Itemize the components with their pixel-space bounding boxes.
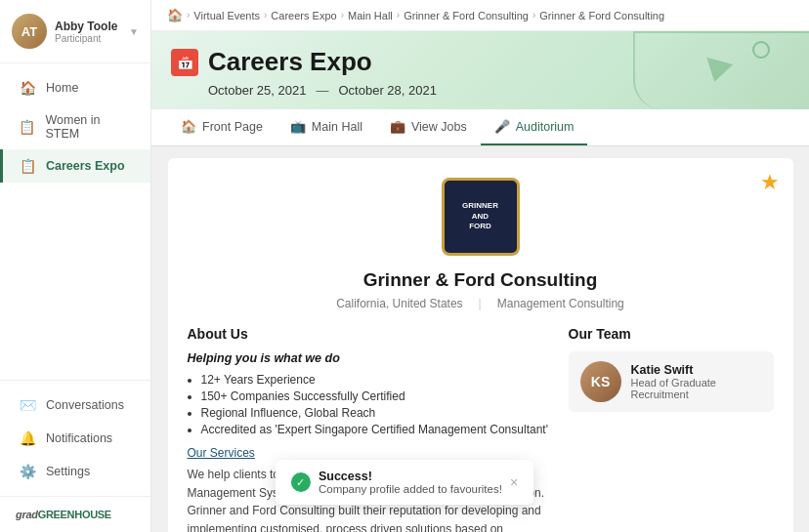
- logo-prefix: grad: [16, 509, 38, 520]
- sidebar-item-settings[interactable]: ⚙️ Settings: [0, 455, 150, 488]
- breadcrumb: 🏠 › Virtual Events › Careers Expo › Main…: [151, 0, 809, 31]
- tab-main-hall-label: Main Hall: [312, 120, 362, 134]
- company-name: Grinner & Ford Consulting: [188, 269, 774, 291]
- tab-auditorium[interactable]: 🎤 Auditorium: [481, 109, 588, 145]
- sidebar-item-label: Women in STEM: [45, 113, 135, 141]
- breadcrumb-main-hall[interactable]: Main Hall: [348, 10, 393, 21]
- favourite-star-icon[interactable]: ★: [760, 170, 780, 195]
- logo-line2: AND: [462, 212, 498, 222]
- success-check-icon: ✓: [291, 472, 311, 492]
- avatar-initials: AT: [21, 24, 37, 39]
- tab-view-jobs[interactable]: 💼 View Jobs: [376, 109, 481, 145]
- breadcrumb-sep: ›: [264, 10, 267, 20]
- breadcrumb-sep: ›: [341, 10, 344, 20]
- list-icon: 📋: [19, 158, 36, 174]
- main-content: 🏠 › Virtual Events › Careers Expo › Main…: [151, 0, 809, 532]
- team-member-name: Katie Swift: [631, 363, 762, 377]
- chevron-down-icon: ▼: [129, 26, 139, 37]
- booth-logo-text: GRINNER AND FORD: [462, 201, 498, 231]
- breadcrumb-sep: ›: [187, 10, 190, 20]
- event-tabs: 🏠 Front Page 📺 Main Hall 💼 View Jobs 🎤 A…: [151, 109, 809, 146]
- sidebar-bottom: gradGREENHOUSE: [0, 496, 150, 532]
- bullet-3: Regional Influence, Global Reach: [201, 406, 549, 420]
- toast-message: Company profile added to favourites!: [319, 483, 502, 495]
- event-date-sep: —: [316, 83, 328, 98]
- tab-auditorium-label: Auditorium: [516, 120, 575, 134]
- sidebar-nav: 🏠 Home 📋 Women in STEM 📋 Careers Expo: [0, 63, 150, 380]
- jobs-icon: 💼: [390, 119, 405, 134]
- sidebar-item-careers-expo[interactable]: 📋 Careers Expo: [0, 149, 150, 183]
- sidebar-item-notifications[interactable]: 🔔 Notifications: [0, 422, 150, 455]
- user-name: Abby Toole: [55, 20, 121, 33]
- booth-team: Our Team KS Katie Swift Head of Graduate…: [569, 326, 774, 532]
- tab-main-hall[interactable]: 📺 Main Hall: [277, 109, 376, 145]
- breadcrumb-sep: ›: [532, 10, 535, 20]
- sidebar: AT Abby Toole Participant ▼ 🏠 Home 📋 Wom…: [0, 0, 151, 532]
- toast-notification: ✓ Success! Company profile added to favo…: [276, 460, 533, 505]
- services-link[interactable]: Our Services: [188, 446, 549, 460]
- sidebar-item-home[interactable]: 🏠 Home: [0, 71, 150, 104]
- tab-front-page[interactable]: 🏠 Front Page: [167, 109, 277, 145]
- team-member-avatar: KS: [580, 361, 621, 402]
- sidebar-section-secondary: ✉️ Conversations 🔔 Notifications ⚙️ Sett…: [0, 380, 150, 496]
- home-icon[interactable]: 🏠: [167, 8, 183, 22]
- user-role: Participant: [55, 33, 121, 44]
- booth-bullets: 12+ Years Experience 150+ Companies Succ…: [201, 373, 549, 436]
- front-page-icon: 🏠: [181, 119, 196, 134]
- event-header: 📅 Careers Expo October 25, 2021 — Octobe…: [151, 31, 809, 109]
- sidebar-item-label: Notifications: [46, 431, 112, 445]
- sidebar-item-women-in-stem[interactable]: 📋 Women in STEM: [0, 104, 150, 149]
- calendar-icon: 📅: [171, 49, 198, 76]
- main-hall-icon: 📺: [290, 119, 306, 134]
- about-section-title: About Us: [188, 326, 549, 342]
- sidebar-item-label: Careers Expo: [46, 159, 125, 173]
- bell-icon: 🔔: [19, 430, 36, 446]
- breadcrumb-sep: ›: [397, 10, 400, 20]
- home-icon: 🏠: [19, 80, 36, 96]
- tab-front-page-label: Front Page: [202, 120, 263, 134]
- booth-logo: GRINNER AND FORD: [442, 178, 520, 256]
- booth-logo-container: GRINNER AND FORD: [188, 178, 774, 256]
- breadcrumb-careers-expo[interactable]: Careers Expo: [271, 10, 336, 21]
- tab-view-jobs-label: View Jobs: [411, 120, 467, 134]
- booth-tagline: Helping you is what we do: [188, 351, 549, 365]
- event-title: Careers Expo: [208, 47, 372, 77]
- user-info: Abby Toole Participant: [55, 20, 121, 44]
- event-end-date: October 28, 2021: [338, 83, 436, 98]
- bullet-2: 150+ Companies Successfully Certified: [201, 389, 549, 403]
- booth-category: Management Consulting: [497, 297, 624, 310]
- meta-sep: |: [479, 297, 482, 310]
- bullet-4: Accredited as 'Expert Singapore Certifie…: [201, 423, 549, 436]
- team-member-card[interactable]: KS Katie Swift Head of Graduate Recruitm…: [569, 351, 774, 412]
- close-icon[interactable]: ×: [510, 474, 518, 490]
- sidebar-user-profile[interactable]: AT Abby Toole Participant ▼: [0, 0, 150, 63]
- team-member-role: Head of Graduate Recruitment: [631, 377, 762, 400]
- avatar: AT: [12, 14, 47, 49]
- sidebar-item-label: Settings: [46, 465, 90, 478]
- booth-location: California, United States: [336, 297, 462, 310]
- breadcrumb-company-1[interactable]: Grinner & Ford Consulting: [404, 10, 529, 21]
- decorative-line: [633, 31, 809, 109]
- breadcrumb-company-2[interactable]: Grinner & Ford Consulting: [539, 10, 664, 21]
- team-section-title: Our Team: [569, 326, 774, 342]
- logo-line3: FORD: [462, 222, 498, 231]
- toast-content: Success! Company profile added to favour…: [319, 470, 502, 495]
- envelope-icon: ✉️: [19, 397, 36, 413]
- logo-brand: GREENHOUSE: [38, 509, 111, 520]
- booth-meta: California, United States | Management C…: [188, 297, 774, 310]
- sidebar-item-label: Home: [46, 81, 78, 95]
- brand-logo: gradGREENHOUSE: [16, 509, 135, 520]
- bullet-1: 12+ Years Experience: [201, 373, 549, 387]
- list-icon: 📋: [19, 119, 35, 135]
- logo-line1: GRINNER: [462, 201, 498, 211]
- event-start-date: October 25, 2021: [208, 83, 306, 98]
- auditorium-icon: 🎤: [494, 119, 510, 134]
- toast-title: Success!: [319, 470, 502, 483]
- team-member-info: Katie Swift Head of Graduate Recruitment: [631, 363, 762, 400]
- sidebar-item-label: Conversations: [46, 398, 124, 412]
- breadcrumb-virtual-events[interactable]: Virtual Events: [193, 10, 260, 21]
- sidebar-item-conversations[interactable]: ✉️ Conversations: [0, 389, 150, 422]
- gear-icon: ⚙️: [19, 464, 36, 479]
